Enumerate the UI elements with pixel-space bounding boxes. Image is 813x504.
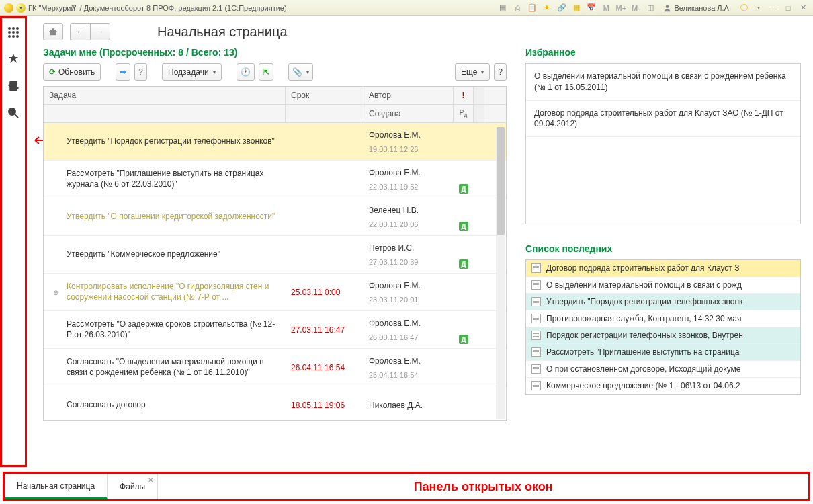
info-icon[interactable]: ⓘ [738, 3, 750, 13]
m-plus-icon[interactable]: M+ [615, 3, 627, 13]
table-row[interactable]: Утвердить "О погашении кредиторской задо… [44, 198, 506, 236]
window-tab[interactable]: Начальная страница [5, 474, 108, 499]
col-flag[interactable]: ! [454, 87, 474, 104]
recent-item[interactable]: О при остановленном договоре, Исходящий … [526, 361, 800, 378]
calendar-icon[interactable]: 📅 [585, 3, 597, 13]
svg-point-6 [16, 31, 19, 34]
table-row[interactable]: Рассмотреть "О задержке сроков строитель… [44, 311, 506, 349]
calc-icon[interactable]: ▦ [570, 3, 583, 13]
history-icon[interactable] [6, 79, 21, 93]
tools-sidebar [0, 16, 27, 467]
scrollbar[interactable] [496, 127, 505, 419]
refresh-button[interactable]: ⟳Обновить [43, 63, 101, 81]
favorite-item[interactable]: О выделении материальной помощи в связи … [526, 64, 800, 101]
clock-button[interactable]: 🕐 [237, 63, 255, 81]
info-dropdown-icon[interactable]: ▾ [753, 3, 765, 13]
question-button[interactable]: ? [134, 63, 147, 81]
dropdown-icon[interactable]: ▾ [16, 3, 26, 13]
recent-list: Договор подряда строительных работ для К… [525, 259, 801, 395]
recent-item[interactable]: Утвердить "Порядок регистрации телефонны… [526, 294, 800, 310]
svg-point-11 [9, 108, 15, 115]
help-button[interactable]: ? [494, 63, 507, 81]
svg-point-8 [12, 35, 15, 38]
tasks-grid: Задача Срок Автор ! Создана Рд Утвердить… [43, 86, 507, 421]
recent-item[interactable]: Коммерческое предложение (№ 1 - 06\13 от… [526, 378, 800, 394]
favorites-star-icon[interactable] [6, 52, 21, 67]
forward-button[interactable]: → [90, 23, 110, 40]
copy-icon[interactable]: 📋 [526, 3, 538, 13]
m-minus-icon[interactable]: M- [630, 3, 642, 13]
document-icon [531, 347, 541, 357]
close-window-icon[interactable]: ✕ [797, 3, 809, 13]
recent-item[interactable]: О выделении материальной помощи в связи … [526, 277, 800, 294]
document-icon [531, 297, 541, 306]
col-rd[interactable]: Рд [454, 105, 474, 122]
svg-rect-10 [10, 81, 17, 91]
document-icon [531, 364, 541, 374]
recent-item[interactable]: Противопожарная служба, Контрагент, 14:3… [526, 310, 800, 327]
col-due[interactable]: Срок [286, 87, 363, 104]
favorites-box: О выделении материальной помощи в связи … [525, 63, 801, 224]
open-windows-panel: Начальная страницаФайлы✕ Панель открытых… [3, 472, 810, 501]
window-title: ГК "Меркурий" / Документооборот 8 ПРОФ, … [28, 4, 287, 12]
document-icon [531, 331, 541, 340]
apps-icon[interactable] [6, 25, 21, 40]
panel-icon[interactable]: ◫ [644, 3, 656, 13]
print-icon[interactable]: ⎙ [511, 3, 523, 13]
favorites-title: Избранное [525, 47, 801, 58]
back-button[interactable]: ← [70, 23, 90, 40]
col-author[interactable]: Автор [363, 87, 454, 104]
svg-point-0 [666, 5, 669, 8]
forward-task-button[interactable]: ➡ [116, 63, 130, 81]
recent-title: Список последних [525, 243, 801, 254]
favorite-item[interactable]: Договор подряда строительных работ для К… [526, 101, 800, 138]
svg-point-2 [12, 27, 15, 30]
recent-item[interactable]: Рассмотреть "Приглашение выступить на ст… [526, 344, 800, 361]
col-task[interactable]: Задача [44, 87, 286, 104]
link-icon[interactable]: 🔗 [556, 3, 568, 13]
page-title: Начальная страница [157, 24, 288, 40]
table-row[interactable]: Рассмотреть "Приглашение выступить на ст… [44, 161, 506, 198]
table-row[interactable]: Утвердить "Порядок регистрации телефонны… [44, 123, 506, 161]
annotation-windows: Панель открытых окон [158, 474, 808, 499]
window-tab[interactable]: Файлы✕ [108, 474, 158, 499]
search-icon[interactable] [6, 106, 21, 120]
titlebar: ▾ ГК "Меркурий" / Документооборот 8 ПРОФ… [0, 0, 813, 16]
table-row[interactable]: Согласовать договор18.05.11 19:06Николае… [44, 386, 506, 420]
document-icon [531, 314, 541, 323]
svg-point-1 [8, 27, 11, 30]
home-button[interactable] [43, 23, 63, 40]
document-icon [531, 280, 541, 290]
document-icon [531, 381, 541, 390]
svg-point-4 [8, 31, 11, 34]
tasks-toolbar: ⟳Обновить ➡ ? Подзадачи▾ 🕐 ⇱ 📎▾ Еще▾ ? [43, 63, 507, 81]
svg-point-3 [16, 27, 19, 30]
table-row[interactable]: Утвердить "Коммерческое предложение"Петр… [44, 236, 506, 274]
close-icon[interactable]: ✕ [148, 476, 153, 484]
star-icon[interactable]: ★ [541, 3, 553, 13]
tasks-title: Задачи мне (Просроченных: 8 / Всего: 13) [43, 47, 507, 58]
print-preview-icon[interactable]: ▤ [497, 3, 509, 13]
table-row[interactable]: ⊕Контролировать исполнение "О гидроизоля… [44, 274, 506, 311]
subtasks-button[interactable]: Подзадачи▾ [162, 63, 222, 81]
attach-button[interactable]: 📎▾ [288, 63, 313, 81]
recent-item[interactable]: Договор подряда строительных работ для К… [526, 260, 800, 277]
m-icon[interactable]: M [600, 3, 612, 13]
col-created[interactable]: Создана [363, 105, 454, 122]
minimize-icon[interactable]: — [767, 3, 779, 13]
svg-point-5 [12, 31, 15, 34]
recent-item[interactable]: Порядок регистрации телефонных звонков, … [526, 327, 800, 344]
app-icon [4, 3, 13, 13]
document-icon [531, 263, 541, 273]
svg-point-9 [16, 35, 19, 38]
user-indicator[interactable]: Великанова Л.А. [659, 4, 735, 12]
svg-point-7 [8, 35, 11, 38]
nav-toolbar: ← → Начальная страница [43, 23, 801, 40]
export-button[interactable]: ⇱ [259, 63, 273, 81]
maximize-icon[interactable]: □ [782, 3, 794, 13]
more-button[interactable]: Еще▾ [455, 63, 490, 81]
table-row[interactable]: Согласовать "О выделении материальной по… [44, 349, 506, 386]
